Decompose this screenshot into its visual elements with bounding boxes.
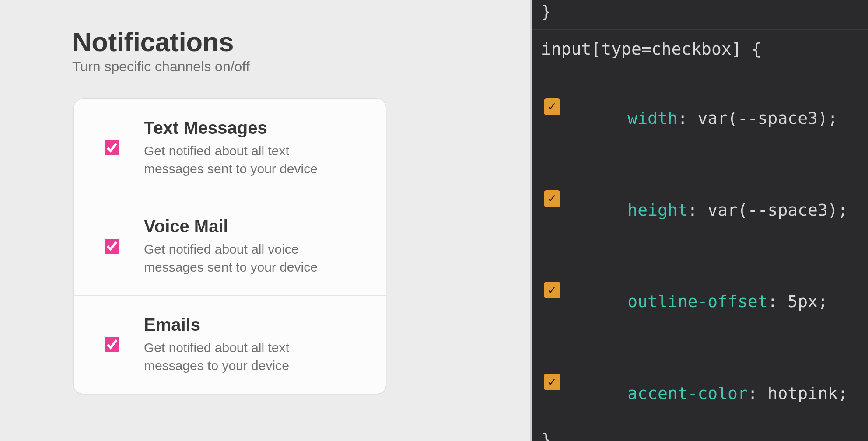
rule-close-brace: } [541,0,868,23]
preview-pane: Notifications Turn specific channels on/… [0,0,532,441]
css-val: var(--space3) [697,108,827,128]
css-prop: width [627,108,677,128]
row-title: Text Messages [144,118,368,138]
property-toggle-icon[interactable]: ✓ [544,374,560,390]
css-declaration[interactable]: ✓ width: var(--space3); [541,61,868,153]
property-toggle-icon[interactable]: ✓ [544,98,560,115]
css-declaration[interactable]: ✓ accent-color: hotpink; [541,336,868,428]
property-toggle-icon[interactable]: ✓ [544,190,560,207]
row-title: Voice Mail [144,217,368,236]
row-desc: Get notified about all voice messages se… [144,241,328,276]
css-prop: outline-offset [627,292,767,311]
row-text: Emails Get notified about all text messa… [144,315,368,374]
rule-separator [532,29,868,30]
css-val: var(--space3) [707,200,837,220]
css-val: hotpink [768,384,838,403]
row-desc: Get notified about all text messages to … [144,339,328,374]
row-text: Text Messages Get notified about all tex… [144,118,368,178]
notifications-card: Text Messages Get notified about all tex… [74,98,386,394]
checkbox-voice-mail[interactable] [105,239,119,254]
css-selector[interactable]: input[type=checkbox] { [541,38,868,60]
devtools-pane: } input[type=checkbox] { ✓ width: var(--… [532,0,868,441]
css-prop: accent-color [627,384,748,403]
row-title: Emails [144,315,368,335]
row-text: Voice Mail Get notified about all voice … [144,217,368,276]
styles-panel[interactable]: } input[type=checkbox] { ✓ width: var(--… [532,0,868,441]
checkbox-emails[interactable] [105,337,119,352]
rule-close-brace: } [541,428,868,441]
property-toggle-icon[interactable]: ✓ [544,282,560,298]
notification-row-text-messages: Text Messages Get notified about all tex… [74,99,386,197]
css-prop: height [627,200,687,220]
notification-row-voice-mail: Voice Mail Get notified about all voice … [74,197,386,296]
page-subtitle: Turn specific channels on/off [72,59,250,75]
notification-row-emails: Emails Get notified about all text messa… [74,296,386,394]
page-title: Notifications [72,26,234,57]
checkbox-text-messages[interactable] [105,140,119,155]
css-declaration[interactable]: ✓ outline-offset: 5px; [541,244,868,336]
css-declaration[interactable]: ✓ height: var(--space3); [541,153,868,245]
css-val: 5px [788,292,818,311]
row-desc: Get notified about all text messages sen… [144,142,328,178]
